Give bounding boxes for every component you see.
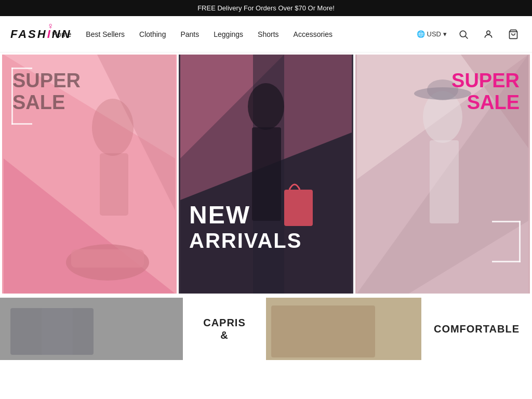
svg-rect-11 <box>71 249 144 268</box>
search-icon <box>458 29 469 39</box>
logo-figure-icon: ♀ <box>47 21 55 32</box>
comfortable-label: COMFORTABLE <box>434 323 520 335</box>
chevron-down-icon: ▾ <box>443 30 447 38</box>
bottom-panel-comfortable: COMFORTABLE <box>266 298 532 360</box>
logo-text: FASHiNN <box>10 29 72 40</box>
svg-rect-24 <box>430 140 459 223</box>
nav-item-best-sellers[interactable]: Best Sellers <box>86 30 125 38</box>
super-sale-right-label: SUPER SALE <box>451 70 520 114</box>
svg-point-8 <box>92 99 134 156</box>
nav-item-shorts[interactable]: Shorts <box>258 30 278 38</box>
nav-item-clothing[interactable]: Clothing <box>139 30 166 38</box>
bottom-panel-capris: CAPRIS & <box>0 298 266 360</box>
nav-item-leggings[interactable]: Leggings <box>214 30 243 38</box>
svg-line-1 <box>466 36 468 38</box>
hero-section: SUPER SALE NEW ARRIVALS <box>0 52 532 296</box>
announcement-bar: FREE Delivery For Orders Over $70 Or Mor… <box>0 0 532 16</box>
capris-text-box: CAPRIS & <box>183 298 266 360</box>
main-nav: Home Best Sellers Clothing Pants Legging… <box>52 30 417 38</box>
user-icon <box>483 29 494 39</box>
capris-label-1: CAPRIS <box>203 316 246 329</box>
header: FASHiNN ♀ Home Best Sellers Clothing Pan… <box>0 16 532 52</box>
cart-icon <box>508 29 518 39</box>
bracket-bot-h <box>11 123 32 125</box>
svg-rect-31 <box>271 305 375 357</box>
currency-selector[interactable]: 🌐 USD ▾ <box>417 30 447 38</box>
bottom-section: CAPRIS & COMFORTABLE <box>0 298 532 360</box>
account-button[interactable] <box>480 26 497 43</box>
panel2-background-svg <box>179 55 353 294</box>
currency-label: USD <box>427 30 441 38</box>
svg-point-16 <box>248 83 284 130</box>
bracket-r-top-h <box>492 221 521 222</box>
logo[interactable]: FASHiNN ♀ <box>10 19 52 50</box>
bracket-top-h <box>11 68 32 69</box>
svg-point-0 <box>460 31 466 37</box>
header-actions: 🌐 USD ▾ <box>417 26 522 43</box>
svg-rect-29 <box>42 308 73 355</box>
cart-button[interactable] <box>505 26 522 43</box>
capris-label-2: & <box>220 329 228 341</box>
bracket-r-bot-h <box>492 261 521 262</box>
announcement-text: FREE Delivery For Orders Over $70 Or Mor… <box>197 4 335 12</box>
comfortable-text-box: COMFORTABLE <box>421 298 532 360</box>
globe-icon: 🌐 <box>417 30 425 38</box>
hero-panel-super-sale-right: SUPER SALE <box>355 55 530 294</box>
svg-rect-9 <box>100 153 128 216</box>
hero-panel-new-arrivals: NEW ARRIVALS <box>179 55 353 294</box>
search-button[interactable] <box>455 26 472 43</box>
bracket-r-v <box>519 221 521 262</box>
new-arrivals-label: NEW ARRIVALS <box>189 202 302 252</box>
nav-item-accessories[interactable]: Accessories <box>294 30 332 38</box>
hero-panel-super-sale-left: SUPER SALE <box>2 55 177 294</box>
svg-point-2 <box>487 31 490 34</box>
super-sale-left-label: SUPER SALE <box>12 70 81 114</box>
nav-item-pants[interactable]: Pants <box>180 30 199 38</box>
